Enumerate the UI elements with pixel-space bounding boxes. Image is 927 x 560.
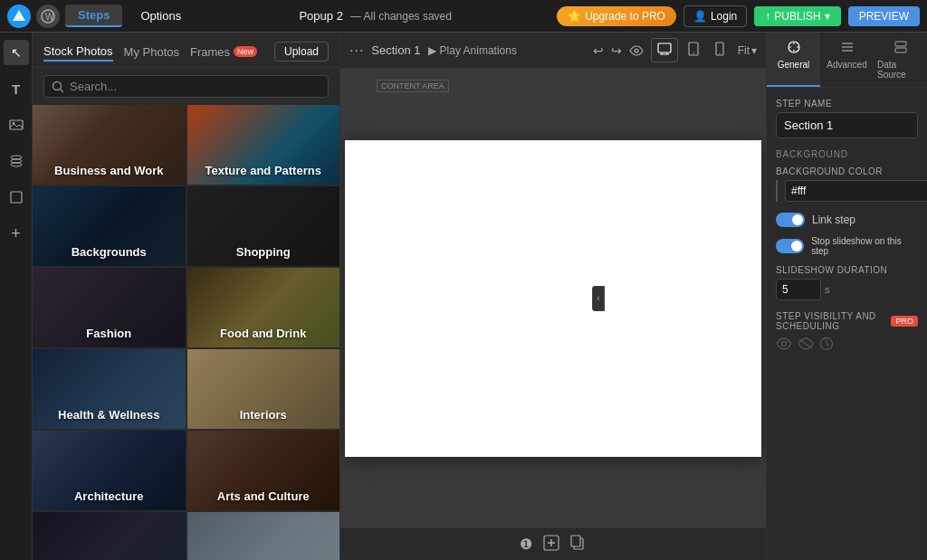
color-swatch[interactable]: [776, 180, 778, 202]
collapse-handle[interactable]: ‹: [592, 286, 605, 311]
publish-icon: ↑: [765, 10, 770, 23]
visibility-schedule-icon[interactable]: [819, 337, 834, 354]
photo-grid: Business and Work Texture and Patterns B…: [33, 105, 339, 560]
search-input[interactable]: [70, 80, 320, 93]
category-backgrounds[interactable]: Backgrounds: [33, 186, 186, 266]
layers-tool[interactable]: [4, 148, 29, 174]
svg-line-10: [61, 89, 64, 92]
undo-button[interactable]: ↩: [593, 43, 604, 58]
category-architecture[interactable]: Architecture: [33, 431, 186, 510]
visibility-icons-row: [776, 337, 918, 354]
tab-advanced[interactable]: Advanced: [820, 33, 874, 87]
mobile-view-button[interactable]: [709, 38, 731, 62]
stop-slideshow-toggle[interactable]: [776, 239, 804, 253]
play-animations-button[interactable]: ▶ Play Animations: [428, 44, 517, 57]
step-name-input[interactable]: [776, 112, 918, 138]
category-nature[interactable]: Nature: [187, 512, 340, 560]
canvas-area: ··· Section 1 ▶ Play Animations ↩ ↪: [340, 33, 766, 560]
category-label: Shopping: [187, 245, 340, 259]
category-fashion[interactable]: Fashion: [33, 268, 186, 347]
main-layout: ↖ T + Stock Photos My Photos Frames New …: [0, 33, 927, 560]
color-hex-input[interactable]: [785, 180, 927, 202]
tab-stock-photos[interactable]: Stock Photos: [43, 43, 113, 62]
general-icon: [787, 40, 801, 58]
tab-my-photos[interactable]: My Photos: [124, 43, 179, 61]
category-food[interactable]: Food and Drink: [187, 268, 340, 347]
more-options-icon[interactable]: ···: [349, 43, 364, 59]
canvas-wrap: CONTENT AREA ‹: [340, 69, 766, 527]
wordpress-icon[interactable]: W: [36, 5, 60, 28]
svg-point-6: [11, 159, 22, 163]
new-badge: New: [234, 46, 257, 57]
visibility-hidden-icon[interactable]: [798, 337, 814, 353]
category-label: Interiors: [187, 408, 340, 422]
content-area-label: CONTENT AREA: [377, 80, 449, 92]
search-icon: [52, 81, 64, 93]
tablet-view-button[interactable]: [682, 38, 705, 62]
cursor-tool[interactable]: ↖: [4, 40, 29, 65]
duplicate-step-icon[interactable]: [570, 535, 587, 555]
bg-color-label: Background Color: [776, 166, 918, 176]
category-texture[interactable]: Texture and Patterns: [187, 105, 340, 185]
category-shopping[interactable]: Shopping: [187, 186, 340, 266]
topbar-center: Popup 2 — All changes saved: [199, 9, 551, 23]
duration-unit: s: [825, 284, 830, 295]
svg-point-7: [11, 163, 22, 166]
tab-datasource[interactable]: Data Source: [874, 33, 927, 87]
slideshow-duration-row: s: [776, 279, 918, 300]
redo-button[interactable]: ↪: [611, 43, 622, 58]
image-tool[interactable]: [4, 112, 29, 138]
canvas-bottom: ❶: [340, 527, 766, 560]
visibility-eye-icon[interactable]: [776, 337, 792, 353]
user-icon: 👤: [693, 10, 707, 23]
shapes-tool[interactable]: [4, 185, 29, 210]
star-icon: ⭐: [568, 10, 581, 23]
category-arts[interactable]: Arts and Culture: [187, 431, 340, 510]
step-name-label: Step Name: [776, 99, 918, 109]
add-element-tool[interactable]: +: [4, 221, 29, 246]
step-visibility-row: Step Visibility And Scheduling PRO: [776, 311, 918, 331]
tab-options[interactable]: Options: [128, 5, 194, 26]
text-tool[interactable]: T: [4, 76, 29, 101]
right-panel: General Advanced Data Source Step Name B…: [766, 33, 927, 560]
add-step-icon[interactable]: [543, 535, 559, 555]
photos-header: Stock Photos My Photos Frames New Upload: [33, 33, 339, 68]
tab-frames[interactable]: Frames New: [190, 43, 257, 61]
link-step-toggle[interactable]: [776, 213, 805, 227]
category-label: Texture and Patterns: [187, 164, 340, 177]
category-interiors[interactable]: Interiors: [187, 349, 340, 429]
category-health[interactable]: Health & Wellness: [33, 349, 186, 429]
category-label: Health & Wellness: [33, 408, 186, 422]
tab-steps[interactable]: Steps: [65, 5, 122, 27]
fit-button[interactable]: Fit ▾: [738, 44, 757, 57]
svg-line-39: [827, 344, 829, 346]
login-button[interactable]: 👤 Login: [683, 5, 747, 27]
slideshow-duration-input[interactable]: [776, 279, 821, 300]
category-tech[interactable]: Tech: [33, 512, 186, 560]
category-label: Business and Work: [33, 164, 186, 177]
category-label: Food and Drink: [187, 327, 340, 340]
svg-marker-0: [13, 10, 25, 21]
category-label: Architecture: [33, 489, 186, 503]
canvas-page[interactable]: [345, 140, 761, 457]
upload-button[interactable]: Upload: [274, 42, 329, 62]
tab-general[interactable]: General: [767, 33, 820, 87]
svg-point-35: [782, 342, 787, 346]
hide-button[interactable]: [629, 45, 644, 56]
topbar-left: W Steps Options: [7, 5, 194, 28]
datasource-icon: [894, 40, 908, 58]
device-buttons: [651, 38, 731, 62]
saved-status: — All changes saved: [350, 10, 452, 23]
svg-rect-34: [895, 48, 906, 52]
category-business[interactable]: Business and Work: [33, 105, 186, 185]
desktop-view-button[interactable]: [651, 38, 678, 62]
stop-slideshow-label: Stop slideshow on this step: [811, 236, 918, 256]
preview-button[interactable]: PREVIEW: [848, 6, 920, 26]
publish-button[interactable]: ↑ PUBLISH ▾: [754, 6, 840, 26]
canvas-toolbar: ··· Section 1 ▶ Play Animations ↩ ↪: [340, 33, 766, 69]
upgrade-button[interactable]: ⭐ Upgrade to PRO: [557, 6, 676, 26]
photos-panel: Stock Photos My Photos Frames New Upload…: [33, 33, 340, 560]
topbar-right: ⭐ Upgrade to PRO 👤 Login ↑ PUBLISH ▾ PRE…: [557, 5, 920, 27]
svg-point-9: [53, 81, 62, 90]
step-counter-icon[interactable]: ❶: [520, 536, 532, 553]
